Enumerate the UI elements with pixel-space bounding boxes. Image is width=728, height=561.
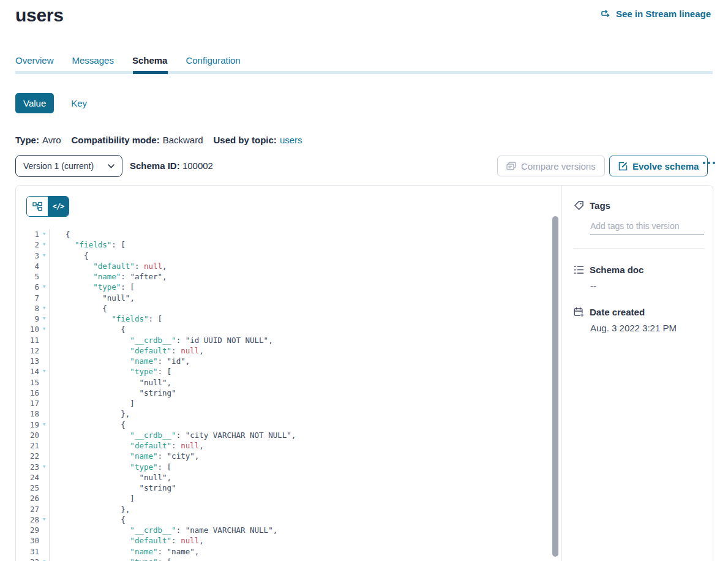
tag-icon xyxy=(574,200,584,211)
fold-spacer xyxy=(39,525,49,535)
line-number: 29 xyxy=(16,525,39,535)
tree-view-button[interactable] xyxy=(27,197,48,216)
code-line: 32▼ "type": [ xyxy=(16,557,561,561)
line-number: 23 xyxy=(16,462,39,472)
version-select[interactable]: Version 1 (current) xyxy=(15,155,122,177)
compare-versions-button[interactable]: Compare versions xyxy=(497,156,605,176)
tab-underline-track xyxy=(15,71,713,74)
fold-toggle-icon[interactable]: ▼ xyxy=(39,303,49,314)
fold-toggle-icon[interactable]: ▼ xyxy=(39,282,49,292)
line-number: 11 xyxy=(16,335,39,345)
see-in-stream-lineage-link[interactable]: See in Stream lineage xyxy=(601,9,711,19)
tags-title: Tags xyxy=(590,200,610,211)
line-number: 14 xyxy=(16,366,39,377)
add-tags-input[interactable] xyxy=(590,219,704,235)
date-created-section: Date created Aug. 3 2022 3:21 PM xyxy=(574,307,704,333)
code-text: "__crdb__": "city VARCHAR NOT NULL", xyxy=(50,430,296,440)
fold-spacer xyxy=(39,546,49,557)
fold-toggle-icon[interactable]: ▼ xyxy=(39,250,49,261)
evolve-schema-button[interactable]: Evolve schema xyxy=(609,156,708,176)
schema-doc-value: -- xyxy=(590,280,704,291)
code-line: 11 "__crdb__": "id UUID NOT NULL", xyxy=(16,335,561,345)
tab-configuration[interactable]: Configuration xyxy=(186,55,240,66)
code-line: 14▼ "type": [ xyxy=(16,366,561,377)
line-number: 30 xyxy=(16,535,39,546)
code-text: ] xyxy=(50,493,135,503)
code-line: 13 "name": "id", xyxy=(16,356,561,366)
tab-schema[interactable]: Schema xyxy=(132,55,168,66)
code-line: 3▼ { xyxy=(16,250,561,261)
schema-code-editor[interactable]: 1▼{2▼ "fields": [3▼ {4 "default": null,5… xyxy=(16,229,561,561)
line-number: 15 xyxy=(16,377,39,388)
code-text: }, xyxy=(50,409,130,419)
line-number: 5 xyxy=(16,271,39,282)
code-line: 24 "null", xyxy=(16,472,561,483)
fold-toggle-icon[interactable]: ▼ xyxy=(39,366,49,377)
bullet-list-icon xyxy=(574,265,584,274)
tags-section-header: Tags xyxy=(574,200,704,211)
fold-spacer xyxy=(39,493,49,503)
code-text: "default": null, xyxy=(50,535,204,546)
fold-toggle-icon[interactable]: ▼ xyxy=(39,314,49,324)
fold-toggle-icon[interactable]: ▼ xyxy=(39,239,49,250)
code-line: 1▼{ xyxy=(16,229,561,239)
value-toggle-button[interactable]: Value xyxy=(15,93,54,113)
code-line: 26 ] xyxy=(16,493,561,503)
code-text: "fields": [ xyxy=(50,239,126,250)
code-brackets-icon: </> xyxy=(53,202,64,211)
fold-toggle-icon[interactable]: ▼ xyxy=(39,229,49,239)
line-number: 13 xyxy=(16,356,39,366)
tab-messages[interactable]: Messages xyxy=(72,55,114,66)
page-title: users xyxy=(15,5,64,26)
code-text: "null", xyxy=(50,293,135,303)
code-line: 27 }, xyxy=(16,504,561,514)
code-text: ] xyxy=(50,398,135,409)
code-line: 2▼ "fields": [ xyxy=(16,239,561,250)
code-text: "type": [ xyxy=(50,282,135,292)
line-number: 2 xyxy=(16,239,39,250)
evolve-schema-icon xyxy=(618,162,628,171)
value-key-toggle: Value Key xyxy=(15,93,87,113)
line-number: 16 xyxy=(16,388,39,398)
fold-toggle-icon[interactable]: ▼ xyxy=(39,514,49,525)
fold-toggle-icon[interactable]: ▼ xyxy=(39,324,49,334)
line-number: 19 xyxy=(16,420,39,430)
line-number: 6 xyxy=(16,282,39,292)
more-options-button[interactable] xyxy=(702,158,716,168)
code-line: 6▼ "type": [ xyxy=(16,282,561,292)
code-text: { xyxy=(50,250,89,261)
fold-spacer xyxy=(39,293,49,303)
key-toggle-button[interactable]: Key xyxy=(71,98,87,108)
fold-toggle-icon[interactable]: ▼ xyxy=(39,462,49,472)
schema-sidebar: Tags Schema doc -- xyxy=(561,186,713,561)
line-number: 27 xyxy=(16,504,39,514)
fold-toggle-icon[interactable]: ▼ xyxy=(39,557,49,561)
code-text: "default": null, xyxy=(50,261,167,271)
code-text: "fields": [ xyxy=(50,314,162,324)
used-by-topic-link[interactable]: users xyxy=(280,135,302,145)
schema-id-label: Schema ID: xyxy=(130,160,180,171)
line-number: 17 xyxy=(16,398,39,409)
code-text: "type": [ xyxy=(50,462,171,472)
code-view-button[interactable]: </> xyxy=(48,197,69,216)
calendar-plus-icon xyxy=(574,307,584,317)
schema-panel: </> 1▼{2▼ "fields": [3▼ {4 "default": nu… xyxy=(15,185,713,561)
stream-lineage-label: See in Stream lineage xyxy=(616,9,711,19)
fold-toggle-icon[interactable]: ▼ xyxy=(39,420,49,430)
compatibility-mode-label: Compatibility mode: xyxy=(71,135,159,145)
schema-id-value: 100002 xyxy=(182,160,213,171)
code-text: "name": "id", xyxy=(50,356,190,366)
code-line: 19▼ { xyxy=(16,420,561,430)
date-created-value: Aug. 3 2022 3:21 PM xyxy=(590,323,704,333)
active-tab-underline xyxy=(133,71,168,74)
code-line: 17 ] xyxy=(16,398,561,409)
ellipsis-icon xyxy=(713,162,715,164)
fold-spacer xyxy=(39,271,49,282)
line-number: 1 xyxy=(16,229,39,239)
tab-overview[interactable]: Overview xyxy=(15,55,54,66)
line-number: 31 xyxy=(16,546,39,557)
code-line: 23▼ "type": [ xyxy=(16,462,561,472)
line-number: 20 xyxy=(16,430,39,440)
vertical-scrollbar[interactable] xyxy=(552,216,558,557)
fold-spacer xyxy=(39,261,49,271)
